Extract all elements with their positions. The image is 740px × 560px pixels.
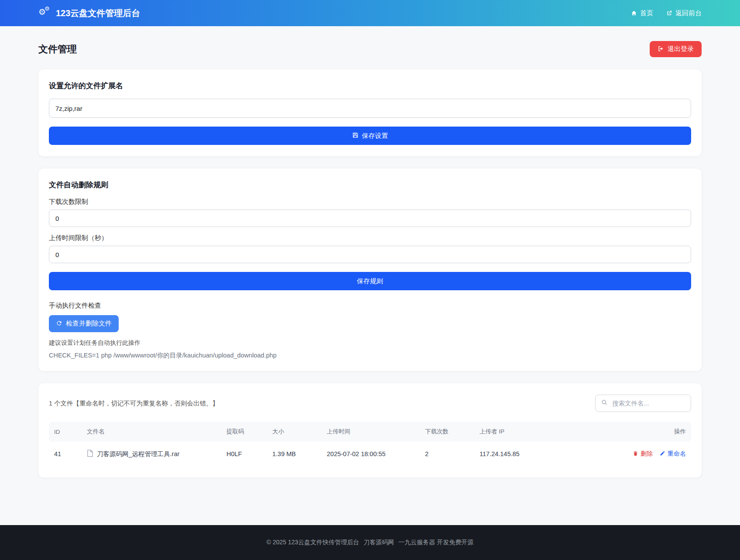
refresh-icon xyxy=(56,320,62,328)
col-header-size: 大小 xyxy=(267,422,322,442)
page-footer: © 2025 123云盘文件快传管理后台 刀客源码网 一九云服务器 开发免费开源 xyxy=(0,525,740,560)
cell-id: 41 xyxy=(49,443,82,465)
col-header-uploader-ip: 上传者 IP xyxy=(474,422,601,442)
download-limit-input[interactable] xyxy=(49,210,691,227)
save-settings-button[interactable]: 保存设置 xyxy=(49,127,691,145)
footer-link-server[interactable]: 一九云服务器 开发免费开源 xyxy=(398,539,473,546)
files-summary: 1 个文件【重命名时，切记不可为重复名称，否则会出错。】 xyxy=(49,399,219,408)
page-title: 文件管理 xyxy=(38,43,77,56)
extensions-card: 设置允许的文件扩展名 保存设置 xyxy=(38,69,702,156)
sign-out-icon xyxy=(658,45,664,53)
col-header-upload-time: 上传时间 xyxy=(322,422,420,442)
app-brand: ⚙ ⚙ 123云盘文件管理后台 xyxy=(38,7,140,19)
extensions-input[interactable] xyxy=(49,99,691,118)
manual-check-label: 手动执行文件检查 xyxy=(49,302,691,310)
upload-time-limit-label: 上传时间限制（秒） xyxy=(49,234,691,242)
files-table: ID 文件名 提取码 大小 上传时间 下载次数 上传者 IP 操作 41 xyxy=(49,422,691,466)
extensions-heading: 设置允许的文件扩展名 xyxy=(49,81,691,91)
cell-upload-time: 2025-07-02 18:00:55 xyxy=(322,443,420,465)
files-toolbar: 1 个文件【重命名时，切记不可为重复名称，否则会出错。】 xyxy=(49,395,691,412)
check-delete-files-button[interactable]: 检查并删除文件 xyxy=(49,315,119,332)
nav-back-frontend-link[interactable]: 返回前台 xyxy=(666,9,702,17)
home-icon xyxy=(631,10,637,16)
col-header-filename: 文件名 xyxy=(82,422,221,442)
search-icon xyxy=(601,399,608,408)
download-limit-label: 下载次数限制 xyxy=(49,198,691,206)
top-navbar: ⚙ ⚙ 123云盘文件管理后台 首页 返回前台 xyxy=(0,0,740,26)
col-header-id: ID xyxy=(49,423,82,441)
cell-actions: 删除 重命名 xyxy=(601,442,691,466)
cell-downloads: 2 xyxy=(420,443,474,465)
cell-filename: 刀客源码网_远程管理工具.rar xyxy=(82,442,221,466)
cell-size: 1.39 MB xyxy=(267,443,322,465)
file-icon xyxy=(87,450,93,458)
col-header-actions: 操作 xyxy=(601,422,691,442)
external-link-icon xyxy=(666,10,672,16)
gears-icon: ⚙ ⚙ xyxy=(38,7,51,19)
rules-heading: 文件自动删除规则 xyxy=(49,180,691,190)
auto-delete-rules-card: 文件自动删除规则 下载次数限制 上传时间限制（秒） 保存规则 手动执行文件检查 … xyxy=(38,168,702,371)
col-header-code: 提取码 xyxy=(221,422,267,442)
upload-time-limit-input[interactable] xyxy=(49,246,691,263)
footer-copyright: © 2025 123云盘文件快传管理后台 xyxy=(267,539,360,546)
cell-code: H0LF xyxy=(221,443,267,465)
footer-link-source[interactable]: 刀客源码网 xyxy=(363,539,394,546)
cron-command: CHECK_FILES=1 php /www/wwwroot/你的目录/kaui… xyxy=(49,351,691,360)
save-icon xyxy=(352,132,359,140)
files-table-header: ID 文件名 提取码 大小 上传时间 下载次数 上传者 IP 操作 xyxy=(49,422,691,442)
col-header-downloads: 下载次数 xyxy=(420,422,474,442)
cell-uploader-ip: 117.24.145.85 xyxy=(474,443,601,465)
search-input[interactable] xyxy=(611,399,685,407)
page-header: 文件管理 退出登录 xyxy=(38,41,702,57)
search-box xyxy=(595,395,691,412)
pencil-icon xyxy=(660,450,665,457)
trash-icon xyxy=(633,450,638,458)
logout-button[interactable]: 退出登录 xyxy=(650,41,702,57)
rename-link[interactable]: 重命名 xyxy=(660,450,686,458)
files-card: 1 个文件【重命名时，切记不可为重复名称，否则会出错。】 ID 文件名 提取码 … xyxy=(38,383,702,478)
app-title: 123云盘文件管理后台 xyxy=(56,7,140,19)
nav-home-link[interactable]: 首页 xyxy=(631,9,653,17)
delete-link[interactable]: 删除 xyxy=(633,450,653,458)
navbar-links: 首页 返回前台 xyxy=(631,9,702,17)
save-rules-button[interactable]: 保存规则 xyxy=(49,272,691,290)
cron-hint: 建议设置计划任务自动执行此操作 xyxy=(49,339,691,347)
table-row: 41 刀客源码网_远程管理工具.rar H0LF 1.39 MB 2025-07… xyxy=(49,442,691,466)
